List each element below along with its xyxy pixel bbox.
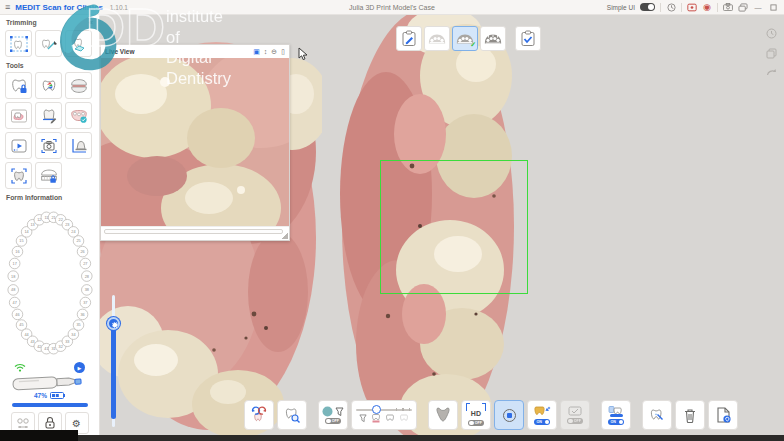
app-version: 1.10.1 bbox=[110, 4, 128, 11]
tooth-36[interactable]: 36 bbox=[77, 309, 88, 320]
stage-maxilla-button[interactable] bbox=[424, 26, 450, 51]
tooth-18[interactable]: 18 bbox=[7, 271, 18, 282]
tool-denture-check-button[interactable] bbox=[65, 102, 92, 129]
svg-text:25: 25 bbox=[76, 239, 80, 243]
soft-tissue-filter-toggle[interactable]: OFF bbox=[325, 418, 341, 424]
stop-scan-button[interactable] bbox=[494, 400, 524, 430]
svg-text:26: 26 bbox=[80, 250, 84, 254]
scan-history-slider[interactable] bbox=[108, 295, 118, 427]
windows-layers-icon[interactable] bbox=[738, 2, 748, 12]
filter-level-group bbox=[351, 400, 417, 430]
scan-bottom-toolbar: OFF HD OFF ON bbox=[244, 400, 738, 430]
inspect-tooth-button[interactable] bbox=[277, 400, 307, 430]
history-clock-icon[interactable] bbox=[666, 2, 676, 12]
tool-occlusion-button[interactable] bbox=[65, 72, 92, 99]
filter-level-handle[interactable] bbox=[372, 405, 381, 414]
filter-level-slider[interactable] bbox=[356, 409, 412, 411]
divider bbox=[681, 3, 682, 12]
detach-panel-icon[interactable]: ⊖ bbox=[271, 48, 277, 55]
stage-mandible-button[interactable]: ✓ bbox=[452, 26, 478, 51]
filter-funnel-icon bbox=[359, 414, 367, 423]
minimize-icon[interactable]: — bbox=[753, 2, 763, 12]
stage-occlusion-button[interactable] bbox=[480, 26, 506, 51]
hd-toggle[interactable]: OFF bbox=[468, 420, 484, 426]
scanner-wand bbox=[8, 369, 91, 395]
tooth-16[interactable]: 16 bbox=[12, 246, 23, 257]
filter-teeth-gum-icon[interactable] bbox=[371, 413, 381, 423]
redo-view-icon[interactable] bbox=[766, 68, 777, 79]
maximize-icon[interactable] bbox=[768, 2, 778, 12]
view-rail bbox=[766, 28, 777, 79]
color-filter-toggle[interactable]: ON bbox=[534, 419, 550, 425]
left-sidebar: Trimming « Tools bbox=[0, 14, 100, 441]
tooth-25[interactable]: 25 bbox=[73, 236, 84, 247]
stage-complete-button[interactable] bbox=[515, 26, 541, 51]
screen-record-icon[interactable] bbox=[687, 2, 697, 12]
trimming-section-label: Trimming bbox=[6, 19, 37, 26]
tool-trim-region-button[interactable] bbox=[5, 102, 32, 129]
trim-selection-button[interactable] bbox=[5, 30, 32, 57]
tool-model-base-button[interactable] bbox=[65, 132, 92, 159]
aux-toggle[interactable]: OFF bbox=[567, 418, 583, 424]
undo-redo-button[interactable] bbox=[244, 400, 274, 430]
stage-form-info-button[interactable] bbox=[396, 26, 422, 51]
tool-lock-data-button[interactable] bbox=[5, 72, 32, 99]
tool-teeth-lock-button[interactable] bbox=[35, 162, 62, 189]
gear-icon: ⚙ bbox=[72, 418, 81, 429]
slider-handle[interactable] bbox=[107, 317, 120, 330]
base-lock-button[interactable]: ON bbox=[601, 400, 631, 430]
svg-text:37: 37 bbox=[83, 301, 87, 305]
scan-viewport[interactable]: Live View ▣ ↕ ⊖ ▯ bbox=[100, 14, 784, 441]
divider bbox=[660, 3, 661, 12]
color-filter-button[interactable]: ON bbox=[527, 400, 557, 430]
sidebar-collapse-icon[interactable]: « bbox=[89, 18, 93, 27]
tooth-46[interactable]: 46 bbox=[12, 309, 23, 320]
tooth-38[interactable]: 38 bbox=[81, 285, 92, 296]
tool-scan-box-button[interactable] bbox=[5, 162, 32, 189]
root-scan-button[interactable] bbox=[428, 400, 458, 430]
simple-ui-toggle[interactable] bbox=[640, 3, 655, 11]
tooth-47[interactable]: 47 bbox=[9, 297, 20, 308]
history-icon[interactable] bbox=[766, 28, 777, 39]
delete-button[interactable] bbox=[675, 400, 705, 430]
move-panel-icon[interactable]: ↕ bbox=[264, 48, 268, 55]
resize-grip[interactable] bbox=[282, 233, 288, 239]
screenshot-camera-icon[interactable] bbox=[723, 2, 733, 12]
live-view-scrollbar[interactable] bbox=[104, 229, 283, 234]
tooth-37[interactable]: 37 bbox=[80, 297, 91, 308]
hd-mode-button[interactable]: HD OFF bbox=[461, 400, 491, 430]
trim-polygon-button[interactable] bbox=[65, 30, 92, 57]
tooth-26[interactable]: 26 bbox=[77, 246, 88, 257]
svg-text:28: 28 bbox=[84, 275, 88, 279]
tool-replay-button[interactable] bbox=[5, 132, 32, 159]
bottom-dark-strip bbox=[0, 435, 784, 441]
tool-capture-button[interactable] bbox=[35, 132, 62, 159]
base-lock-toggle[interactable]: ON bbox=[608, 419, 624, 425]
filter-teeth-icon[interactable] bbox=[385, 413, 395, 423]
copy-view-icon[interactable] bbox=[766, 48, 777, 59]
tool-margin-line-button[interactable] bbox=[35, 102, 62, 129]
svg-text:27: 27 bbox=[83, 262, 87, 266]
tooth-17[interactable]: 17 bbox=[9, 258, 20, 269]
divider bbox=[717, 3, 718, 12]
slider-ticks bbox=[396, 408, 411, 411]
filter-tooth-only-icon[interactable] bbox=[399, 413, 409, 423]
scan-region-selection-box[interactable] bbox=[380, 160, 528, 294]
slider-fill bbox=[111, 323, 116, 419]
soft-tissue-filter-button[interactable]: OFF bbox=[318, 400, 348, 430]
tool-color-scan-button[interactable] bbox=[35, 72, 62, 99]
stop-icon bbox=[503, 409, 516, 422]
tooth-48[interactable]: 48 bbox=[7, 285, 18, 296]
tooth-27[interactable]: 27 bbox=[80, 258, 91, 269]
menu-icon[interactable]: ≡ bbox=[5, 2, 10, 12]
tooth-35[interactable]: 35 bbox=[73, 320, 84, 331]
live-camera-icon[interactable]: ▣ bbox=[253, 48, 260, 55]
reset-data-button[interactable] bbox=[708, 400, 738, 430]
smart-fill-button[interactable] bbox=[642, 400, 672, 430]
trim-line-button[interactable] bbox=[35, 30, 62, 57]
svg-text:16: 16 bbox=[15, 250, 19, 254]
aux-device-button[interactable]: OFF bbox=[560, 400, 590, 430]
tooth-28[interactable]: 28 bbox=[81, 271, 92, 282]
record-button-icon[interactable]: ◉ bbox=[702, 2, 712, 12]
dock-panel-icon[interactable]: ▯ bbox=[281, 48, 285, 55]
